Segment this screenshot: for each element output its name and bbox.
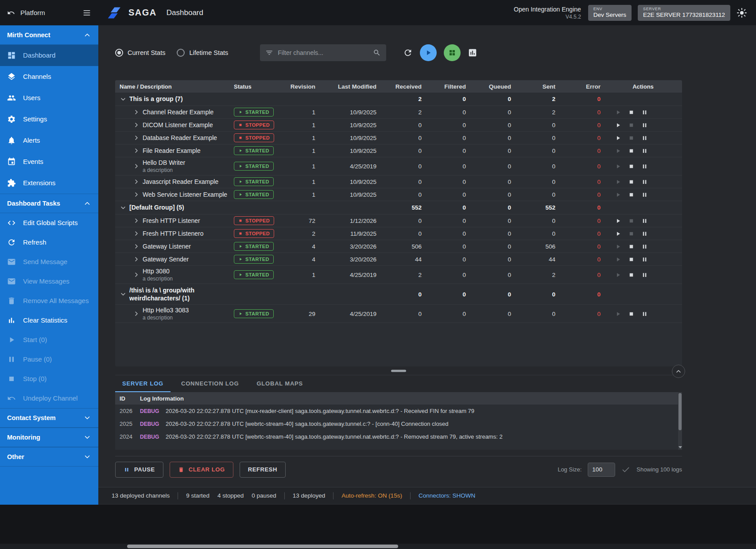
channel-row[interactable]: Gateway SenderSTARTED43/20/20264400440 xyxy=(115,253,682,266)
panel-splitter[interactable] xyxy=(115,366,682,375)
pause-log-button[interactable]: PAUSE xyxy=(115,462,163,478)
channel-row[interactable]: Web Service Listener ExampleSTARTED110/9… xyxy=(115,188,682,201)
radio-current-stats[interactable]: Current Stats xyxy=(115,49,165,57)
group-row[interactable]: [Default Group] (5)552005520 xyxy=(115,201,682,214)
log-scrollbar-thumb[interactable] xyxy=(678,393,682,430)
row-stop-button[interactable] xyxy=(628,148,635,154)
column-header-error[interactable]: Error xyxy=(559,83,604,90)
channel-row[interactable]: DICOM Listener ExampleSTOPPED110/9/20250… xyxy=(115,119,682,132)
row-stop-button[interactable] xyxy=(628,135,635,141)
row-pause-button[interactable] xyxy=(641,243,648,250)
clear-log-button[interactable]: CLEAR LOG xyxy=(170,462,233,478)
channel-row[interactable]: Fresh HTTP ListenerSTOPPED721/12/2026000… xyxy=(115,214,682,227)
statistics-button[interactable] xyxy=(468,48,477,58)
group-row[interactable]: /this\ is /a \ group/with weird\characte… xyxy=(115,284,682,305)
channel-row[interactable]: Database Reader ExampleSTOPPED110/9/2025… xyxy=(115,132,682,144)
refresh-button[interactable] xyxy=(403,48,413,58)
column-header-filtered[interactable]: Filtered xyxy=(425,83,469,90)
sidebar-item-alerts[interactable]: Alerts xyxy=(0,130,98,151)
sidebar-section-mirth-connect[interactable]: Mirth Connect xyxy=(0,25,98,45)
sidebar-item-edit-global-scripts[interactable]: Edit Global Scripts xyxy=(0,213,98,233)
sidebar-item-clear-statistics[interactable]: Clear Statistics xyxy=(0,311,98,330)
sidebar-item-extensions[interactable]: Extensions xyxy=(0,172,98,194)
column-header-last-modified[interactable]: Last Modified xyxy=(327,83,382,90)
row-pause-button[interactable] xyxy=(641,311,648,317)
sidebar-item-view-messages[interactable]: View Messages xyxy=(0,272,98,291)
row-stop-button[interactable] xyxy=(628,243,635,250)
undo-icon[interactable] xyxy=(7,9,15,17)
channel-row[interactable]: Javascript Reader ExampleSTARTED110/9/20… xyxy=(115,175,682,188)
row-start-button[interactable] xyxy=(615,230,621,237)
sidebar-item-events[interactable]: Events xyxy=(0,151,98,172)
sidebar-section-dashboard-tasks[interactable]: Dashboard Tasks xyxy=(0,194,98,213)
env-selector[interactable]: ENV Dev Servers xyxy=(588,5,632,21)
row-pause-button[interactable] xyxy=(641,148,648,154)
sidebar-section-other[interactable]: Other xyxy=(0,447,98,467)
channel-row[interactable]: File Reader ExampleSTARTED110/9/20250000… xyxy=(115,144,682,157)
horizontal-scrollbar-thumb[interactable] xyxy=(127,545,398,548)
row-start-button[interactable] xyxy=(615,191,621,198)
row-start-button[interactable] xyxy=(615,311,621,317)
tab-server-log[interactable]: SERVER LOG xyxy=(115,375,171,392)
row-stop-button[interactable] xyxy=(628,230,635,237)
sidebar-item-undeploy-channel[interactable]: Undeploy Channel xyxy=(0,389,98,408)
column-header-name-description[interactable]: Name / Description xyxy=(115,83,231,90)
sidebar-section-contact-system[interactable]: Contact System xyxy=(0,408,98,428)
column-header-received[interactable]: Received xyxy=(382,83,425,90)
row-stop-button[interactable] xyxy=(628,191,635,198)
horizontal-scrollbar[interactable] xyxy=(0,544,756,549)
row-pause-button[interactable] xyxy=(641,191,648,198)
sidebar-section-monitoring[interactable]: Monitoring xyxy=(0,428,98,447)
row-stop-button[interactable] xyxy=(628,256,635,263)
channel-row[interactable]: Http Hello3 3083a descriptionSTARTED294/… xyxy=(115,305,682,323)
collapse-panel-button[interactable] xyxy=(672,365,685,378)
channel-row[interactable]: Fresh HTTP ListeneroSTOPPED211/9/2025000… xyxy=(115,227,682,240)
row-stop-button[interactable] xyxy=(628,179,635,185)
row-pause-button[interactable] xyxy=(641,163,648,170)
row-start-button[interactable] xyxy=(615,218,621,224)
sidebar-item-users[interactable]: Users xyxy=(0,87,98,109)
row-pause-button[interactable] xyxy=(641,122,648,128)
row-stop-button[interactable] xyxy=(628,218,635,224)
row-stop-button[interactable] xyxy=(628,163,635,170)
column-header-status[interactable]: Status xyxy=(231,83,288,90)
sidebar-item-stop-0[interactable]: Stop (0) xyxy=(0,369,98,389)
channel-row[interactable]: Channel Reader ExampleSTARTED110/9/20252… xyxy=(115,106,682,119)
row-start-button[interactable] xyxy=(615,122,621,128)
sidebar-item-start-0[interactable]: Start (0) xyxy=(0,330,98,350)
log-size-input[interactable] xyxy=(588,463,615,477)
row-pause-button[interactable] xyxy=(641,179,648,185)
row-pause-button[interactable] xyxy=(641,256,648,263)
channel-row[interactable]: Gateway ListenerSTARTED43/20/20265060050… xyxy=(115,240,682,253)
sidebar-item-dashboard[interactable]: Dashboard xyxy=(0,45,98,66)
row-pause-button[interactable] xyxy=(641,218,648,224)
server-selector[interactable]: SERVER E2E SERVER 1773281823112 xyxy=(638,5,730,21)
row-pause-button[interactable] xyxy=(641,230,648,237)
row-stop-button[interactable] xyxy=(628,122,635,128)
row-stop-button[interactable] xyxy=(628,109,635,116)
radio-lifetime-stats[interactable]: Lifetime Stats xyxy=(177,49,228,57)
sidebar-item-refresh[interactable]: Refresh xyxy=(0,233,98,252)
column-header-actions[interactable]: Actions xyxy=(604,83,682,90)
row-start-button[interactable] xyxy=(615,256,621,263)
tab-global-maps[interactable]: GLOBAL MAPS xyxy=(249,375,310,392)
group-row[interactable]: This is a group (7)20020 xyxy=(115,93,682,106)
sidebar-item-pause-0[interactable]: Pause (0) xyxy=(0,350,98,369)
row-start-button[interactable] xyxy=(615,272,621,278)
menu-icon[interactable] xyxy=(82,8,91,17)
theme-toggle-sun-icon[interactable] xyxy=(737,8,747,18)
column-header-queued[interactable]: Queued xyxy=(469,83,515,90)
scroll-down-icon[interactable] xyxy=(678,446,682,448)
row-start-button[interactable] xyxy=(615,179,621,185)
row-pause-button[interactable] xyxy=(641,272,648,278)
row-start-button[interactable] xyxy=(615,243,621,250)
sidebar-item-remove-all-messages[interactable]: Remove All Messages xyxy=(0,291,98,311)
start-all-button[interactable] xyxy=(420,44,437,61)
column-header-revision[interactable]: Revision xyxy=(288,83,327,90)
row-start-button[interactable] xyxy=(615,135,621,141)
row-start-button[interactable] xyxy=(615,109,621,116)
row-stop-button[interactable] xyxy=(628,311,635,317)
log-scrollbar[interactable] xyxy=(678,392,682,450)
group-view-button[interactable] xyxy=(444,44,461,61)
row-pause-button[interactable] xyxy=(641,135,648,141)
